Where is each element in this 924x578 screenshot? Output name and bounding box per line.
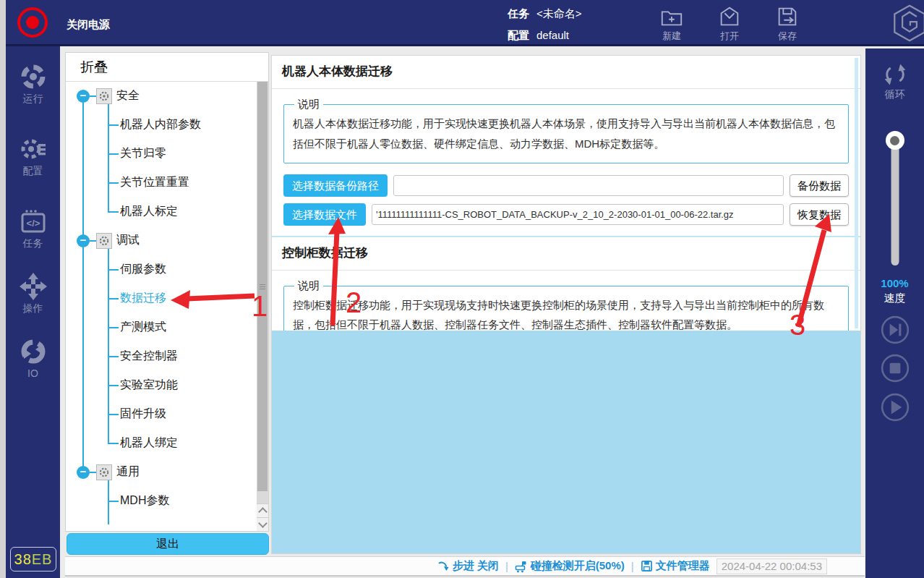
task-label: 任务 xyxy=(508,7,529,20)
exit-button[interactable]: 退出 xyxy=(67,533,269,555)
robot-migration-note-text: 机器人本体数据迁移功能，用于实现快速更换机器人本体场景，使用支持导入与导出当前机… xyxy=(293,114,839,154)
nav-config[interactable]: 配置 xyxy=(6,135,60,178)
save-label: 保存 xyxy=(763,30,811,43)
data-file-input[interactable] xyxy=(372,204,784,225)
scroll-down-button[interactable] xyxy=(257,517,268,531)
choose-data-file-button[interactable]: 选择数据文件 xyxy=(283,203,366,226)
new-task-button[interactable]: 新建 xyxy=(648,4,696,43)
tree-item-safety-controller[interactable]: 安全控制器 xyxy=(66,342,254,371)
robot-migration-title: 机器人本体数据迁移 xyxy=(272,56,860,89)
step-mode-status[interactable]: 步进 关闭 xyxy=(437,559,499,573)
nav-io-label: IO xyxy=(27,367,38,379)
status-code-badge: 38EB xyxy=(10,547,56,571)
backup-row: 选择数据备份路径 备份数据 xyxy=(283,174,849,197)
badge-right: EB xyxy=(32,551,53,567)
settings-tree-panel: 折叠 − 安全 机器人内部参数 关节归零 关节位置重置 机器人标定 − 调试 伺… xyxy=(65,52,269,532)
tree-item-data-migration[interactable]: 数据迁移 xyxy=(66,284,254,313)
tree-item-robot-internal-params[interactable]: 机器人内部参数 xyxy=(66,111,254,140)
nav-operate-label: 操作 xyxy=(23,302,43,314)
stop-button[interactable] xyxy=(880,353,910,386)
restore-data-button[interactable]: 恢复数据 xyxy=(790,203,849,226)
tree-item-lab-features[interactable]: 实验室功能 xyxy=(66,371,254,400)
play-button[interactable] xyxy=(880,392,910,425)
step-forward-button[interactable] xyxy=(880,315,910,348)
scroll-up-button[interactable] xyxy=(257,503,268,517)
save-floppy-icon xyxy=(775,4,800,29)
top-bar: 关闭电源 任务<未命名> 配置default 新建 打开 保存 xyxy=(6,0,924,46)
step-arrow-icon xyxy=(437,560,450,572)
open-task-button[interactable]: 打开 xyxy=(706,4,753,43)
nav-operate[interactable]: 操作 xyxy=(6,272,60,315)
task-value: <未命名> xyxy=(536,7,582,20)
nav-task-label: 任务 xyxy=(23,237,43,249)
tree-item-joint-zero[interactable]: 关节归零 xyxy=(66,140,254,169)
tree-group-safety[interactable]: − 安全 xyxy=(66,82,254,111)
tree-scrollbar[interactable] xyxy=(257,82,268,531)
tree-item-robot-binding[interactable]: 机器人绑定 xyxy=(66,429,254,458)
power-label: 关闭电源 xyxy=(67,18,110,32)
config-label: 配置 xyxy=(508,29,529,41)
speed-slider-track[interactable] xyxy=(891,141,899,265)
loop-button[interactable] xyxy=(882,61,908,90)
play-icon xyxy=(880,392,910,422)
nav-config-label: 配置 xyxy=(23,165,43,177)
backup-data-button[interactable]: 备份数据 xyxy=(790,174,849,197)
data-migration-panel: 机器人本体数据迁移 说明 机器人本体数据迁移功能，用于实现快速更换机器人本体场景… xyxy=(271,55,861,554)
config-value: default xyxy=(536,29,569,41)
speed-label: 速度 xyxy=(884,292,906,305)
gear-list-icon xyxy=(19,135,48,163)
collapse-node-icon[interactable]: − xyxy=(77,90,90,103)
open-label: 打开 xyxy=(706,30,753,43)
tree-item-production-test-mode[interactable]: 产测模式 xyxy=(66,313,254,342)
collapse-header[interactable]: 折叠 xyxy=(66,53,268,82)
speed-value: 100% xyxy=(881,277,908,289)
tree-group-debug[interactable]: − 调试 xyxy=(66,226,254,255)
collapse-node-icon[interactable]: − xyxy=(77,234,90,247)
tree-item-joint-position-reset[interactable]: 关节位置重置 xyxy=(66,169,254,197)
file-manager-disk-icon xyxy=(641,560,653,572)
brand-logo-icon xyxy=(892,4,924,46)
tree-group-general[interactable]: − 通用 xyxy=(66,458,254,487)
right-control-rail: 循环 100% 速度 xyxy=(865,48,924,578)
gear-icon xyxy=(96,88,112,104)
skip-forward-icon xyxy=(880,315,910,345)
backup-path-input[interactable] xyxy=(393,175,784,196)
tree-item-mdh-params[interactable]: MDH参数 xyxy=(66,487,254,516)
tree-body: − 安全 机器人内部参数 关节归零 关节位置重置 机器人标定 − 调试 伺服参数… xyxy=(66,82,268,531)
nav-task[interactable]: </> 任务 xyxy=(6,207,60,250)
task-config-info: 任务<未命名> 配置default xyxy=(508,5,582,48)
status-divider: | xyxy=(505,560,508,572)
tree-item-firmware-upgrade[interactable]: 固件升级 xyxy=(66,400,254,429)
tree-item-servo-params[interactable]: 伺服参数 xyxy=(66,255,254,284)
choose-backup-path-button[interactable]: 选择数据备份路径 xyxy=(283,174,388,197)
left-nav-rail: 运行 配置 </> 任务 操作 xyxy=(6,46,60,578)
badge-left: 38 xyxy=(14,551,32,567)
collision-detect-status[interactable]: 碰撞检测开启(50%) xyxy=(515,559,625,573)
run-target-icon xyxy=(19,62,48,91)
nav-run[interactable]: 运行 xyxy=(6,62,60,106)
io-cycle-icon xyxy=(19,337,48,366)
cabinet-migration-note-text: 控制柜数据迁移功能，用于实现现场支持时快速更换控制柜的场景使用，支持导入与导出当… xyxy=(293,295,839,336)
tree-item-robot-calibration[interactable]: 机器人标定 xyxy=(66,197,254,226)
restore-row: 选择数据文件 恢复数据 xyxy=(283,203,849,226)
new-label: 新建 xyxy=(648,30,696,43)
speed-slider-knob[interactable] xyxy=(886,131,904,150)
gear-icon xyxy=(96,464,112,480)
task-glyph: </> xyxy=(26,218,40,229)
power-button-icon[interactable] xyxy=(17,7,48,38)
migration-controls: 选择数据备份路径 备份数据 选择数据文件 恢复数据 xyxy=(283,174,849,226)
tree-scrollbar-thumb[interactable] xyxy=(257,82,268,491)
tree-group-debug-label: 调试 xyxy=(116,233,140,248)
open-file-icon xyxy=(717,4,742,29)
nav-io[interactable]: IO xyxy=(6,337,60,379)
gear-icon xyxy=(96,233,112,249)
new-folder-plus-icon xyxy=(659,4,684,29)
empty-content-area xyxy=(272,331,860,553)
status-bar: 步进 关闭 | 碰撞检测开启(50%) | 文件管理器 2024-04-22 0… xyxy=(65,556,865,577)
collapse-node-icon[interactable]: − xyxy=(77,466,90,479)
window-edge xyxy=(0,0,6,578)
app-window: 关闭电源 任务<未命名> 配置default 新建 打开 保存 xyxy=(0,0,924,578)
file-manager-button[interactable]: 文件管理器 xyxy=(641,559,710,573)
main-scrollbar-track[interactable] xyxy=(855,58,858,328)
save-task-button[interactable]: 保存 xyxy=(763,4,811,43)
